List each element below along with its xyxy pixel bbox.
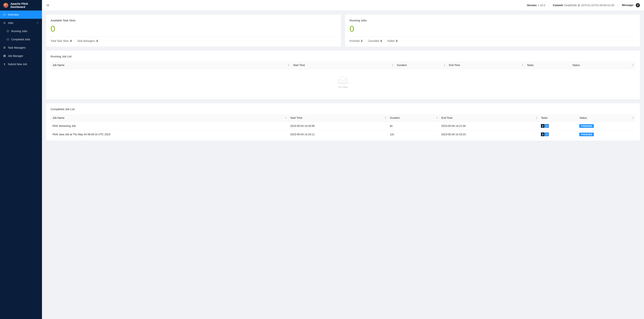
col-tasks[interactable]: Tasks	[525, 61, 570, 69]
stat-label: Finished	[350, 40, 360, 43]
sort-icon: ▲▼	[632, 64, 634, 67]
empty-text: No Data	[50, 86, 636, 89]
stat-value: 0	[70, 40, 72, 43]
stat-value: 2	[361, 40, 362, 43]
task-badge-finished: 3	[545, 133, 549, 136]
col-job-name[interactable]: Job Name▲▼	[50, 114, 288, 122]
cell-start-time: 2023-05-04 14:19:11	[288, 130, 388, 139]
card-title: Available Task Slots	[50, 19, 336, 22]
chevron-up-icon	[36, 22, 39, 25]
col-end-time[interactable]: End Time▲▼	[447, 61, 525, 69]
panel-running-job-list: Running Job List Job Name▲▼ Start Time▲▼…	[46, 51, 640, 99]
sidebar-item-running-jobs[interactable]: Running Jobs	[0, 27, 42, 35]
sidebar-item-task-managers[interactable]: Task Managers	[0, 44, 42, 52]
card-available-task-slots: Available Task Slots 0 Total Task Slots …	[46, 15, 341, 47]
divider	[366, 40, 366, 42]
build-icon	[3, 55, 6, 58]
sort-icon: ▲▼	[632, 117, 634, 119]
schedule-icon	[3, 46, 6, 49]
sidebar-label: Job Manager	[8, 55, 23, 58]
topbar: Version: 1.16.0 Commit: DeadD0d0 @ 1970-…	[42, 0, 644, 11]
task-badge-finished: 2	[545, 124, 549, 128]
col-duration[interactable]: Duration▲▼	[395, 61, 447, 69]
sidebar-item-overview[interactable]: Overview	[0, 11, 42, 19]
sidebar-label: Running Jobs	[11, 30, 27, 33]
bars-icon	[3, 22, 6, 25]
cell-job-name: Flink Java Job at Thu May 04 08:49:10 UT…	[50, 130, 288, 139]
cell-end-time: 2023-05-04 14:19:23	[439, 130, 539, 139]
cell-start-time: 2023-05-04 14:20:56	[288, 122, 388, 130]
sidebar-label: Jobs	[8, 22, 14, 25]
col-status[interactable]: Status▲▼	[570, 61, 636, 69]
panel-completed-job-list: Completed Job List Job Name▲▼ Start Time…	[46, 103, 640, 141]
task-badge-total: 2	[541, 124, 545, 128]
upload-icon	[3, 63, 6, 66]
running-jobs-table: Job Name▲▼ Start Time▲▼ Duration▲▼ End T…	[50, 61, 636, 69]
divider	[549, 4, 549, 7]
cell-end-time: 2023-05-04 14:21:04	[439, 122, 539, 130]
sidebar-item-completed-jobs[interactable]: Completed Jobs	[0, 35, 42, 44]
flink-logo-icon	[3, 3, 8, 8]
commit-info: Commit: DeadD0d0 @ 1970-01-01T01:00:00+0…	[553, 4, 614, 7]
empty-state: No Data	[50, 69, 636, 97]
table-row[interactable]: Flink Streaming Job2023-05-04 14:20:568s…	[50, 122, 636, 130]
stat-label: Failed	[388, 40, 394, 43]
stat-label: Canceled	[368, 40, 379, 43]
stat-label: Total Task Slots	[50, 40, 69, 43]
panel-title: Running Job List	[50, 55, 636, 58]
card-title: Running Jobs	[350, 19, 636, 22]
cell-job-name: Flink Streaming Job	[50, 122, 288, 130]
cell-duration: 12s	[388, 130, 439, 139]
col-end-time[interactable]: End Time▲▼	[439, 114, 539, 122]
running-jobs-value: 0	[350, 24, 636, 37]
stat-value: 0	[96, 40, 98, 43]
cell-tasks: 22	[539, 122, 578, 130]
divider	[385, 40, 385, 42]
play-circle-icon	[6, 30, 9, 33]
version-info: Version: 1.16.0	[527, 4, 545, 7]
cell-status: FINISHED	[578, 130, 636, 139]
sidebar-label: Task Managers	[8, 46, 26, 49]
dashboard-icon	[3, 13, 6, 16]
stat-value: 0	[380, 40, 382, 43]
sort-icon: ▲▼	[522, 64, 523, 67]
message-info: Message: 0	[622, 3, 640, 7]
col-job-name[interactable]: Job Name▲▼	[50, 61, 291, 69]
panel-title: Completed Job List	[50, 108, 636, 111]
col-duration[interactable]: Duration▲▼	[388, 114, 439, 122]
empty-inbox-icon	[337, 77, 349, 84]
sidebar-label: Submit New Job	[8, 63, 27, 66]
available-slots-value: 0	[50, 24, 336, 37]
sidebar-item-jobs[interactable]: Jobs	[0, 19, 42, 27]
col-start-time[interactable]: Start Time▲▼	[288, 114, 388, 122]
message-count-badge[interactable]: 0	[636, 3, 640, 7]
task-badge-total: 3	[541, 133, 545, 136]
app-title: Apache Flink Dashboard	[10, 2, 39, 9]
sidebar-item-job-manager[interactable]: Job Manager	[0, 52, 42, 60]
col-start-time[interactable]: Start Time▲▼	[291, 61, 395, 69]
divider	[618, 4, 618, 7]
sort-icon: ▲▼	[288, 64, 290, 67]
table-row[interactable]: Flink Java Job at Thu May 04 08:49:10 UT…	[50, 130, 636, 139]
sort-icon: ▲▼	[392, 64, 394, 67]
status-badge: FINISHED	[579, 133, 594, 136]
sort-icon: ▲▼	[444, 64, 445, 67]
sort-icon: ▲▼	[536, 117, 537, 119]
sidebar-label: Overview	[8, 13, 19, 16]
stat-label: Task Managers	[77, 40, 95, 43]
check-circle-icon	[6, 38, 9, 41]
sidebar-header: Apache Flink Dashboard	[0, 0, 42, 11]
sidebar: Apache Flink Dashboard Overview Jobs	[0, 0, 42, 319]
sidebar-item-submit-new-job[interactable]: Submit New Job	[0, 60, 42, 68]
sidebar-toggle-button[interactable]	[46, 4, 50, 7]
svg-point-0	[3, 3, 8, 8]
status-badge: FINISHED	[579, 124, 594, 128]
col-tasks[interactable]: Tasks	[539, 114, 578, 122]
sort-icon: ▲▼	[385, 117, 386, 119]
card-running-jobs: Running Jobs 0 Finished 2 Canceled 0 Fai…	[345, 15, 640, 47]
sort-icon: ▲▼	[285, 117, 287, 119]
col-status[interactable]: Status▲▼	[578, 114, 636, 122]
svg-point-2	[5, 4, 6, 5]
cell-tasks: 33	[539, 130, 578, 139]
stat-value: 0	[396, 40, 398, 43]
